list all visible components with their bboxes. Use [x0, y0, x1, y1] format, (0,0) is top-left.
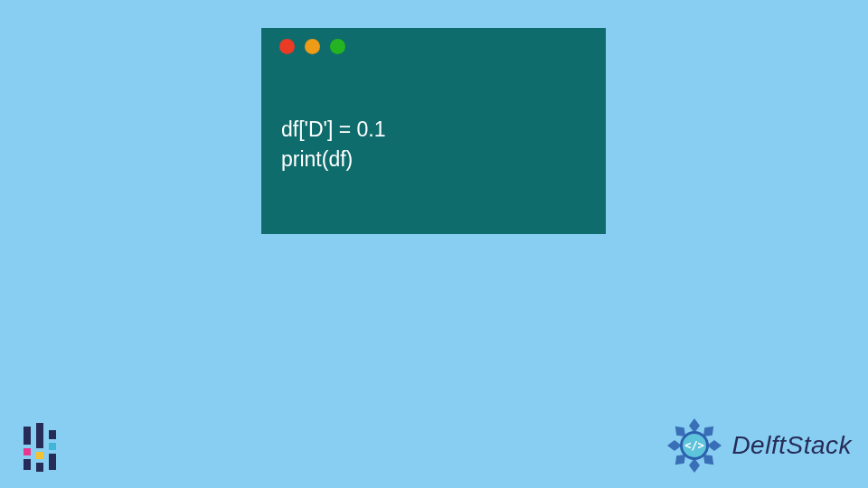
svg-text:</>: </>	[685, 439, 705, 452]
svg-rect-3	[36, 423, 43, 448]
svg-rect-2	[24, 459, 31, 470]
close-dot-icon	[279, 39, 295, 54]
code-line: df['D'] = 0.1	[281, 115, 586, 145]
brand-logo: </> DelftStack	[663, 414, 852, 477]
svg-rect-5	[36, 463, 43, 472]
maximize-dot-icon	[330, 39, 345, 54]
minimize-dot-icon	[305, 39, 320, 54]
svg-rect-4	[36, 452, 43, 459]
mandala-icon: </>	[663, 414, 726, 477]
svg-rect-7	[49, 443, 56, 450]
code-line: print(df)	[281, 145, 586, 174]
svg-rect-6	[49, 430, 56, 439]
brand-name: DelftStack	[731, 431, 852, 460]
code-body: df['D'] = 0.1 print(df)	[261, 64, 606, 193]
svg-rect-0	[24, 427, 31, 445]
window-titlebar	[261, 28, 606, 64]
svg-rect-1	[24, 448, 31, 455]
code-window: df['D'] = 0.1 print(df)	[261, 28, 606, 234]
svg-rect-8	[49, 454, 56, 470]
left-logo-icon	[16, 421, 69, 474]
